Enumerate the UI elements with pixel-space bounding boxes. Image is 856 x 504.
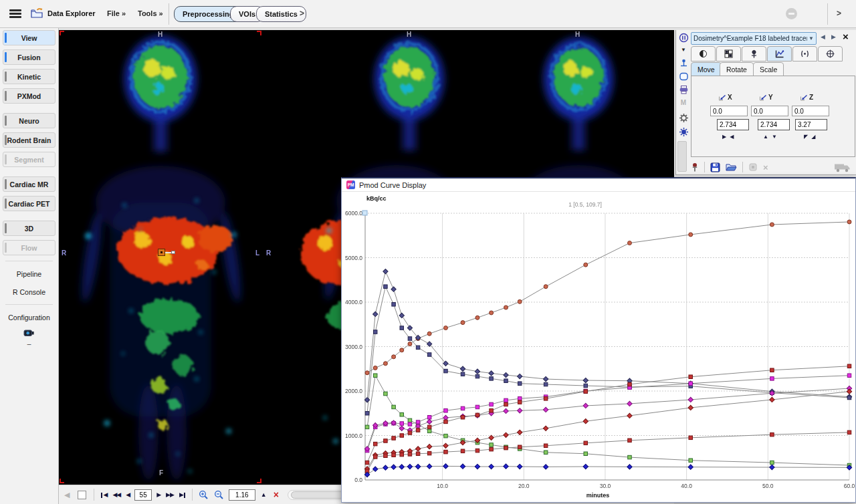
print-icon[interactable] [678,85,689,96]
chevron-down-icon: ▼ [809,35,814,41]
menu-icon[interactable] [9,9,21,19]
tools-menu[interactable]: Tools » [138,9,163,17]
tab-dynamic[interactable] [792,46,817,61]
data-explorer-label: Data Explorer [47,9,96,17]
sidebar-item-cardiac-mr[interactable]: Cardiac MR [3,176,56,192]
y-offset-input[interactable] [751,106,788,116]
zoom-factor-input[interactable] [229,489,255,501]
svg-text:6000.0: 6000.0 [345,210,362,217]
x-nudge-buttons[interactable]: ▶◀ [722,134,737,140]
study-selector-value: Dosimetry^Example F18 labeled tracer D [693,35,807,42]
first-frame-button[interactable]: ◀ [100,491,107,498]
overlay-toggle-button[interactable] [78,491,86,499]
tab-move[interactable]: Move [691,62,722,76]
toolbar-separator-right [827,3,828,25]
curve-window-titlebar[interactable]: PM Pmod Curve Display [342,178,855,192]
svg-text:3000.0: 3000.0 [345,344,362,350]
z-step-input[interactable] [795,119,827,130]
roi-shape-icon[interactable] [678,72,689,82]
sidebar-item-pxmod[interactable]: PXMod [3,88,56,104]
sidebar-item-pipeline[interactable]: Pipeline [3,267,56,281]
sidebar-item-kinetic[interactable]: Kinetic [3,69,56,84]
next-study-button[interactable]: ▶ [831,33,836,40]
zoom-out-icon[interactable] [214,490,224,500]
next-frame-button[interactable]: ▶ [156,491,160,498]
tab-scale[interactable]: Scale [753,62,784,76]
y-nudge-buttons[interactable]: ▲▼ [763,134,780,140]
y-step-input[interactable] [758,119,790,130]
data-explorer-button[interactable]: Data Explorer [31,7,96,19]
orientation-label-h3: H [575,31,580,38]
acquisition-settings-button[interactable]: _ [0,328,58,343]
svg-text:minutes: minutes [586,492,610,499]
move-settings-box: X Y Z ▶◀ ▲▼ ◤◢ [691,76,855,157]
voi-drag-handle[interactable] [171,251,175,255]
pause-icon[interactable] [678,33,689,43]
svg-text:5000.0: 5000.0 [345,255,362,261]
divider [94,489,94,501]
previous-study-button[interactable]: ◀ [821,33,825,40]
last-frame-button[interactable]: ▶ [179,491,186,498]
tab-marker[interactable] [742,46,766,61]
tac-curve-chart[interactable]: 10.020.030.040.050.060.00.01000.02000.03… [342,192,855,502]
svg-text:30.0: 30.0 [600,483,611,489]
arrow-corner-icon [759,94,767,101]
pushpin-icon[interactable] [691,162,699,172]
sidebar-item-configuration[interactable]: Configuration [3,310,56,324]
pin-marker-icon [750,49,758,59]
collapse-caret-icon[interactable]: ▼ [678,47,689,57]
tab-crosshair[interactable] [818,46,843,61]
sidebar-separator [5,304,53,305]
open-folder-icon[interactable] [726,162,737,172]
fast-forward-button[interactable]: ▶▶ [166,491,174,498]
active-viewport-corner [257,479,261,483]
fast-rewind-button[interactable]: ◀◀ [112,491,120,498]
tree-view-icon[interactable] [678,58,689,69]
settings-gear-icon[interactable] [678,113,689,124]
tab-contrast[interactable] [691,46,716,61]
sidebar-item-view[interactable]: View [3,30,56,45]
sidebar-item-3d[interactable]: 3D [3,221,56,236]
svg-text:1000.0: 1000.0 [345,432,362,439]
zoom-in-icon[interactable] [199,490,209,500]
close-icon[interactable]: × [843,31,849,42]
sidebar-separator [5,261,53,261]
previous-frame-button[interactable]: ◀ [126,491,130,498]
sidebar-item-neuro[interactable]: Neuro [3,113,56,128]
file-menu[interactable]: File » [107,9,126,17]
frame-number-input[interactable] [134,489,152,501]
axis-y-label: Y [759,94,773,101]
study-selector-dropdown[interactable]: Dosimetry^Example F18 labeled tracer D ▼ [691,32,817,45]
sidebar-item-fusion[interactable]: Fusion [3,49,56,65]
orientation-label-h2: H [407,31,411,38]
toolbar-overflow-chevron-right[interactable]: > [837,9,841,18]
x-step-input[interactable] [717,119,749,130]
curve-chart-icon [775,49,784,58]
x-offset-input[interactable] [710,106,748,116]
tab-rotate[interactable]: Rotate [720,62,754,76]
zoom-step-up-button[interactable]: ▲ [261,491,267,498]
layout-grid-icon [724,49,733,58]
sidebar-item-cardiac-pet[interactable]: Cardiac PET [3,196,56,211]
advanced-gear-icon[interactable] [678,127,689,138]
curve-window-title: Pmod Curve Display [359,181,426,189]
divider [192,489,193,501]
pmod-app: Data Explorer File » Tools » Preprocessi… [0,0,856,504]
tab-layout[interactable] [716,46,741,61]
delete-icon-disabled: × [763,162,768,172]
record-button-disabled [786,8,797,19]
statistics-button[interactable]: Statistics [256,6,306,22]
strip-scrollbar[interactable] [677,141,687,172]
svg-text:40.0: 40.0 [681,483,692,489]
tab-curves-active[interactable] [767,46,792,61]
save-icon[interactable] [710,162,720,172]
sidebar-item-rodent-brain[interactable]: Rodent Brain [3,132,56,148]
toolbar-overflow-chevron[interactable]: > [300,9,304,18]
z-nudge-buttons[interactable]: ◤◢ [804,134,819,140]
z-offset-input[interactable] [792,106,829,116]
axis-z-label: Z [800,94,813,101]
reset-zoom-button[interactable]: × [274,489,279,500]
sidebar-item-r-console[interactable]: R Console [3,285,56,299]
voi-cursor-marker[interactable] [158,249,175,256]
orientation-label-f1: F [159,469,163,477]
